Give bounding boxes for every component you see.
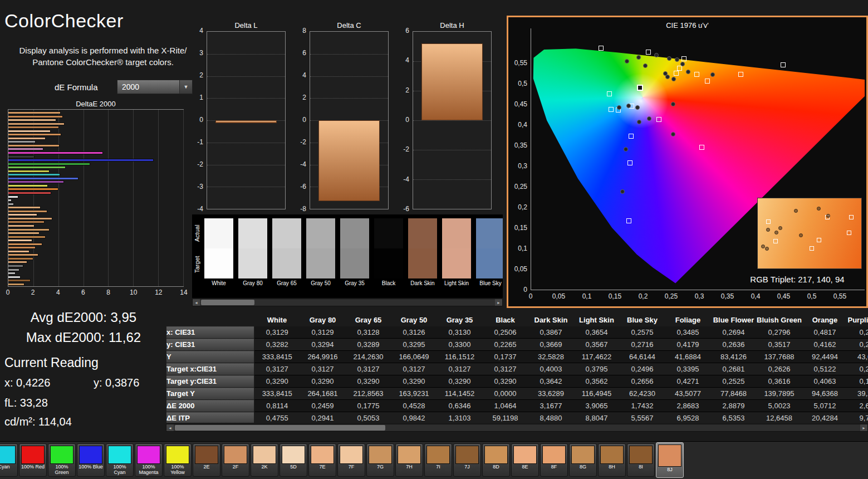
axis-tick-label: 0,3 xyxy=(508,162,527,170)
description: Display analysis is performed with the X… xyxy=(10,45,196,68)
swatch-label: Gray 65 xyxy=(272,280,301,286)
table-cell: 0,6346 xyxy=(437,400,483,412)
patch-8f[interactable]: 8F xyxy=(540,443,568,477)
scroll-right-icon[interactable]: ► xyxy=(860,424,867,431)
swatch-target xyxy=(442,248,471,278)
table-cell: 0,3129 xyxy=(254,326,300,339)
table-cell: 0,3129 xyxy=(300,326,346,339)
patch-8j[interactable]: 8J xyxy=(656,442,684,478)
cie-panel: CIE 1976 u'v' RGB Triplet: 217, 140, 94 … xyxy=(507,16,868,308)
chart-title: Delta H xyxy=(413,21,492,31)
deltaE-bar xyxy=(8,170,50,173)
swatch-target xyxy=(272,248,301,278)
table-cell: 32,5828 xyxy=(528,351,574,363)
patch-7j[interactable]: 7J xyxy=(453,443,481,477)
patch-100-green[interactable]: 100% Green xyxy=(48,443,76,477)
patch-100-magenta[interactable]: 100% Magenta xyxy=(135,443,163,477)
patch-8e[interactable]: 8E xyxy=(511,443,539,477)
table-cell: 264,1681 xyxy=(300,388,346,400)
swatch-target xyxy=(476,248,503,278)
axis-tick-label: 0 xyxy=(405,116,409,124)
deltaE-bar xyxy=(8,276,21,278)
column-header-black: Black xyxy=(483,314,528,326)
patch-2f[interactable]: 2F xyxy=(222,443,249,477)
axis-tick-label: 0,05 xyxy=(550,292,568,300)
target-point xyxy=(646,50,651,55)
patch-8d[interactable]: 8D xyxy=(482,443,510,477)
patch-100-cyan[interactable]: 100% Cyan xyxy=(106,443,134,477)
scroll-right-icon[interactable]: ► xyxy=(495,299,502,306)
patch-label: 7H xyxy=(396,465,423,470)
table-cell: 83,4126 xyxy=(711,351,757,363)
table-cell: 0,3290 xyxy=(437,375,483,388)
patch-5d[interactable]: 5D xyxy=(279,443,307,477)
patch-2e[interactable]: 2E xyxy=(193,443,220,477)
table-cell: 116,4945 xyxy=(574,388,620,400)
swatch-actual xyxy=(340,218,369,248)
target-row-label: Target xyxy=(194,249,201,280)
delta-c-chart: Delta C86420-2-4-6-8 xyxy=(310,21,389,209)
swatch-gray-35: Gray 35 xyxy=(340,218,369,286)
strip-scrollbar-thumb[interactable] xyxy=(201,300,254,305)
deltaE-bar xyxy=(8,115,63,118)
table-cell: 20,4284 xyxy=(802,412,848,423)
patch-label: 100% Magenta xyxy=(135,465,162,476)
axis-tick-label: 0,1 xyxy=(578,292,596,300)
patch-7i[interactable]: 7I xyxy=(424,443,452,477)
table-cell: 92,4494 xyxy=(802,351,848,363)
table-cell: 0,2796 xyxy=(757,326,802,339)
patch-100-yellow[interactable]: 100% Yellow xyxy=(164,443,192,477)
patch-label: 2K xyxy=(251,465,278,470)
table-cell: 0,2496 xyxy=(620,363,665,375)
table-cell: 41,6884 xyxy=(665,351,711,363)
de-formula-dropdown[interactable]: 2000 ▼ xyxy=(117,80,193,94)
patch-cyan[interactable]: Cyan xyxy=(0,443,18,477)
description-line2: Pantone ColorChecker® target colors. xyxy=(32,57,174,67)
table-cell: 12,6458 xyxy=(757,412,802,423)
table-row: ΔE 20000,81140,24590,17750,45280,63461,0… xyxy=(166,400,868,412)
scroll-left-icon[interactable]: ◄ xyxy=(193,299,200,306)
patch-label: 8H xyxy=(599,465,625,470)
table-cell: 0,3294 xyxy=(300,339,346,351)
patch-100-blue[interactable]: 100% Blue xyxy=(77,443,105,477)
table-cell: 0,3795 xyxy=(574,363,620,375)
axis-tick-label: -4 xyxy=(197,205,203,213)
measured-point xyxy=(675,57,679,62)
table-row: x: CIE310,31290,31290,31280,31260,31300,… xyxy=(166,326,868,339)
inset-target-point xyxy=(817,238,821,242)
table-cell: 0,3517 xyxy=(757,339,802,351)
table-cell: 0,1775 xyxy=(346,400,391,412)
patch-100-red[interactable]: 100% Red xyxy=(19,443,47,477)
strip-scrollbar[interactable]: ◄ ► xyxy=(192,299,503,306)
axis-tick-label: 4 xyxy=(56,289,60,296)
table-cell: 0,3654 xyxy=(574,326,620,339)
patch-7e[interactable]: 7E xyxy=(308,443,336,477)
gridline xyxy=(207,165,285,165)
patch-8i[interactable]: 8I xyxy=(627,443,655,477)
deltaE-bar xyxy=(8,279,31,282)
patch-2k[interactable]: 2K xyxy=(251,443,278,477)
axis-tick-label: 8 xyxy=(302,27,306,35)
table-cell: 117,4622 xyxy=(574,351,620,363)
table-cell: 0,4003 xyxy=(528,363,574,375)
patch-8h[interactable]: 8H xyxy=(598,443,626,477)
patch-swatch xyxy=(629,446,653,464)
target-point xyxy=(738,72,743,77)
axis-tick-label: 8 xyxy=(106,289,110,296)
table-cell: 1,7432 xyxy=(620,400,665,412)
target-point xyxy=(656,117,661,122)
delta-bar xyxy=(215,120,276,123)
patch-8g[interactable]: 8G xyxy=(569,443,597,477)
table-scrollbar[interactable]: ◄ ► xyxy=(166,424,868,432)
column-header-purplish-blue: Purplish Blue xyxy=(848,314,868,326)
scroll-left-icon[interactable]: ◄ xyxy=(166,424,174,431)
patch-7g[interactable]: 7G xyxy=(366,443,394,477)
patch-7h[interactable]: 7H xyxy=(395,443,423,477)
target-point xyxy=(627,160,632,165)
column-header-gray-80: Gray 80 xyxy=(300,314,346,326)
patch-swatch xyxy=(369,446,392,464)
patch-label: 8F xyxy=(541,465,567,470)
patch-swatch xyxy=(311,446,334,464)
patch-7f[interactable]: 7F xyxy=(337,443,365,477)
table-scrollbar-thumb[interactable] xyxy=(175,425,385,431)
